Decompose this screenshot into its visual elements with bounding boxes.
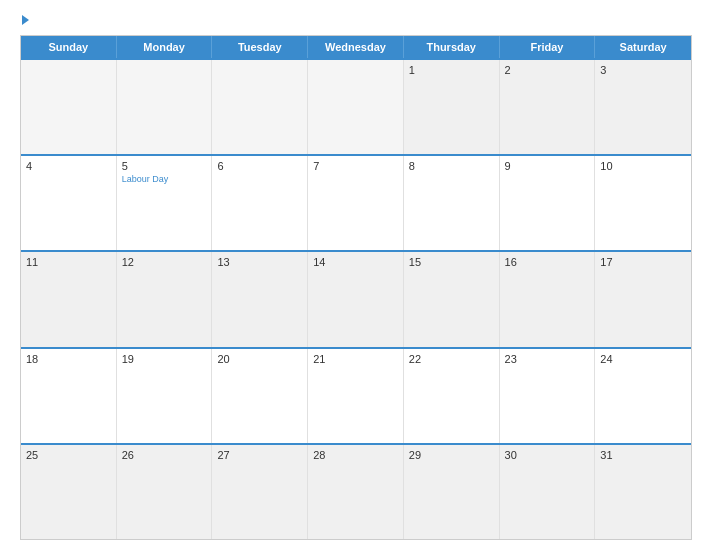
calendar-cell: 26 (117, 445, 213, 539)
day-number: 11 (26, 256, 111, 268)
calendar-cell: 29 (404, 445, 500, 539)
day-number: 5 (122, 160, 207, 172)
calendar-cell: 11 (21, 252, 117, 346)
calendar-cell: 10 (595, 156, 691, 250)
calendar-cell (308, 60, 404, 154)
calendar-cell: 19 (117, 349, 213, 443)
page-header (20, 15, 692, 25)
calendar-cell (117, 60, 213, 154)
calendar-cell: 1 (404, 60, 500, 154)
day-number: 29 (409, 449, 494, 461)
day-number: 22 (409, 353, 494, 365)
day-number: 23 (505, 353, 590, 365)
calendar-cell: 30 (500, 445, 596, 539)
day-number: 15 (409, 256, 494, 268)
calendar-cell: 23 (500, 349, 596, 443)
day-number: 28 (313, 449, 398, 461)
calendar-cell: 9 (500, 156, 596, 250)
day-number: 31 (600, 449, 686, 461)
weekday-header-thursday: Thursday (404, 36, 500, 58)
day-number: 21 (313, 353, 398, 365)
day-number: 13 (217, 256, 302, 268)
logo-triangle-icon (22, 15, 29, 25)
calendar-cell: 24 (595, 349, 691, 443)
weekday-header-friday: Friday (500, 36, 596, 58)
day-number: 16 (505, 256, 590, 268)
calendar-cell: 13 (212, 252, 308, 346)
logo (20, 15, 30, 25)
calendar-cell: 5Labour Day (117, 156, 213, 250)
day-number: 3 (600, 64, 686, 76)
calendar-header: SundayMondayTuesdayWednesdayThursdayFrid… (21, 36, 691, 58)
calendar-cell: 15 (404, 252, 500, 346)
day-number: 26 (122, 449, 207, 461)
calendar-cell: 6 (212, 156, 308, 250)
calendar-cell: 27 (212, 445, 308, 539)
day-number: 2 (505, 64, 590, 76)
calendar-cell: 4 (21, 156, 117, 250)
calendar-cell: 31 (595, 445, 691, 539)
calendar-cell: 14 (308, 252, 404, 346)
holiday-label: Labour Day (122, 174, 207, 184)
day-number: 24 (600, 353, 686, 365)
calendar-cell (212, 60, 308, 154)
weekday-header-wednesday: Wednesday (308, 36, 404, 58)
day-number: 12 (122, 256, 207, 268)
day-number: 18 (26, 353, 111, 365)
calendar-cell: 22 (404, 349, 500, 443)
logo-blue-text (20, 15, 30, 25)
day-number: 17 (600, 256, 686, 268)
calendar-body: 12345Labour Day6789101112131415161718192… (21, 58, 691, 539)
weekday-header-sunday: Sunday (21, 36, 117, 58)
day-number: 1 (409, 64, 494, 76)
day-number: 30 (505, 449, 590, 461)
calendar-grid: SundayMondayTuesdayWednesdayThursdayFrid… (20, 35, 692, 540)
calendar-cell: 21 (308, 349, 404, 443)
day-number: 6 (217, 160, 302, 172)
calendar-cell: 2 (500, 60, 596, 154)
calendar-cell: 28 (308, 445, 404, 539)
calendar-week-2: 45Labour Day678910 (21, 154, 691, 250)
day-number: 8 (409, 160, 494, 172)
calendar-cell: 7 (308, 156, 404, 250)
day-number: 4 (26, 160, 111, 172)
day-number: 19 (122, 353, 207, 365)
calendar-cell: 25 (21, 445, 117, 539)
calendar-cell (21, 60, 117, 154)
calendar-week-5: 25262728293031 (21, 443, 691, 539)
calendar-week-4: 18192021222324 (21, 347, 691, 443)
calendar-cell: 17 (595, 252, 691, 346)
calendar-cell: 3 (595, 60, 691, 154)
calendar-week-3: 11121314151617 (21, 250, 691, 346)
calendar-cell: 18 (21, 349, 117, 443)
weekday-header-saturday: Saturday (595, 36, 691, 58)
calendar-page: SundayMondayTuesdayWednesdayThursdayFrid… (0, 0, 712, 550)
weekday-header-tuesday: Tuesday (212, 36, 308, 58)
day-number: 27 (217, 449, 302, 461)
calendar-week-1: 123 (21, 58, 691, 154)
weekday-header-monday: Monday (117, 36, 213, 58)
day-number: 9 (505, 160, 590, 172)
calendar-cell: 20 (212, 349, 308, 443)
day-number: 7 (313, 160, 398, 172)
day-number: 10 (600, 160, 686, 172)
day-number: 14 (313, 256, 398, 268)
calendar-cell: 16 (500, 252, 596, 346)
day-number: 20 (217, 353, 302, 365)
calendar-cell: 12 (117, 252, 213, 346)
day-number: 25 (26, 449, 111, 461)
calendar-cell: 8 (404, 156, 500, 250)
